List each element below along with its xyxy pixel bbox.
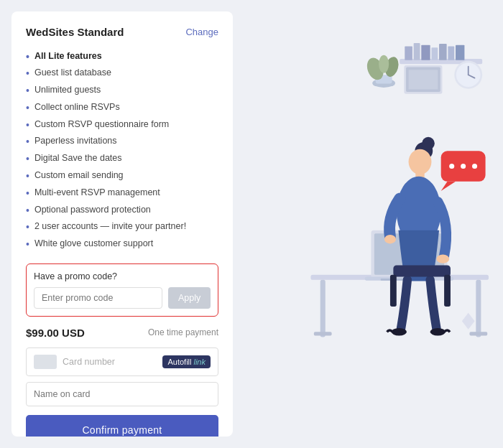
promo-label: Have a promo code? <box>34 271 211 281</box>
card-icon <box>34 355 57 369</box>
autofill-label: Autofill <box>167 358 191 366</box>
feature-item: Unlimited guests <box>26 83 218 100</box>
promo-section: Have a promo code? Apply <box>26 263 218 317</box>
change-button[interactable]: Change <box>185 27 218 37</box>
feature-item: Custom email sending <box>26 168 218 185</box>
svg-rect-7 <box>456 45 464 60</box>
svg-rect-46 <box>444 275 451 307</box>
feature-item: 2 user accounts — invite your partner! <box>26 219 218 236</box>
apply-button[interactable]: Apply <box>168 287 211 309</box>
svg-point-42 <box>461 164 466 169</box>
svg-point-31 <box>422 137 435 150</box>
price-amount: $99.00 USD <box>26 327 85 339</box>
promo-input[interactable] <box>34 287 162 309</box>
svg-rect-4 <box>431 47 438 60</box>
svg-rect-5 <box>439 44 447 60</box>
illustration-svg <box>247 14 489 434</box>
svg-rect-44 <box>393 265 451 276</box>
features-list: All Lite featuresGuest list databaseUnli… <box>26 48 218 253</box>
svg-point-32 <box>409 149 432 174</box>
svg-point-41 <box>449 164 454 169</box>
autofill-link[interactable]: link <box>193 358 206 366</box>
svg-marker-40 <box>441 182 456 191</box>
svg-rect-45 <box>390 275 397 307</box>
feature-item: Guest list database <box>26 65 218 83</box>
payment-panel: WedSites Standard Change All Lite featur… <box>11 11 233 437</box>
feature-item: Optional password protection <box>26 202 218 219</box>
svg-rect-15 <box>409 70 438 89</box>
svg-rect-6 <box>448 46 454 60</box>
promo-input-row: Apply <box>34 287 211 309</box>
svg-point-43 <box>472 164 477 169</box>
svg-rect-22 <box>320 280 326 337</box>
svg-point-38 <box>430 328 446 336</box>
feature-item: Multi-event RSVP management <box>26 185 218 202</box>
feature-item: All Lite features <box>26 48 218 65</box>
svg-rect-2 <box>414 43 420 60</box>
panel-header: WedSites Standard Change <box>26 26 218 38</box>
autofill-badge[interactable]: Autofill link <box>162 355 211 368</box>
name-on-card-input[interactable] <box>26 382 218 406</box>
svg-rect-25 <box>469 332 487 335</box>
svg-point-35 <box>436 254 449 263</box>
price-label: One time payment <box>148 327 218 337</box>
feature-item: Custom RSVP questionnaire form <box>26 116 218 134</box>
price-row: $99.00 USD One time payment <box>26 327 218 339</box>
svg-rect-3 <box>421 45 430 60</box>
card-number-placeholder: Card number <box>63 357 115 367</box>
feature-item: Paperless invitations <box>26 134 218 151</box>
svg-point-37 <box>392 328 407 336</box>
illustration-panel <box>233 0 503 448</box>
card-number-row[interactable]: Card number Autofill link <box>26 347 218 376</box>
svg-point-36 <box>384 235 396 243</box>
feature-item: Digital Save the dates <box>26 151 218 168</box>
svg-rect-24 <box>314 332 332 335</box>
svg-rect-23 <box>476 280 481 337</box>
svg-rect-1 <box>405 46 412 60</box>
feature-item: Collect online RSVPs <box>26 99 218 116</box>
svg-point-12 <box>379 55 389 73</box>
confirm-payment-button[interactable]: Confirm payment <box>26 415 218 437</box>
card-number-left: Card number <box>34 355 115 369</box>
feature-item: White glove customer support <box>26 236 218 253</box>
plan-title: WedSites Standard <box>26 26 124 38</box>
svg-marker-20 <box>462 313 475 330</box>
